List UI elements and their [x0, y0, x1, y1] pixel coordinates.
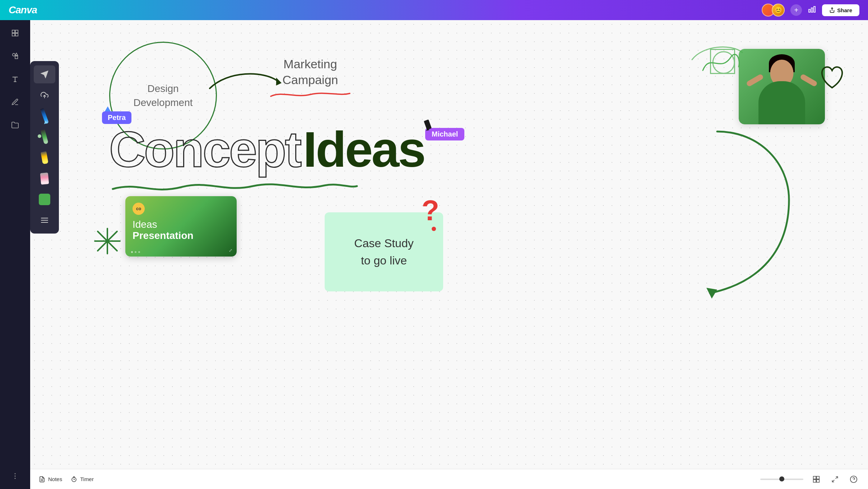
- svg-rect-29: [817, 479, 820, 482]
- color-swatch[interactable]: [34, 190, 55, 208]
- share-label: Share: [837, 7, 852, 13]
- card-title-ideas: Ideas: [133, 219, 229, 230]
- ideas-presentation-card[interactable]: co Ideas Presentation ⤢: [125, 196, 237, 257]
- card-logo: co: [133, 203, 145, 215]
- svg-rect-26: [813, 476, 816, 479]
- svg-line-30: [836, 476, 838, 479]
- star-doodle: [91, 225, 124, 259]
- large-curved-arrow: [688, 128, 796, 309]
- sidebar-item-projects[interactable]: [8, 118, 22, 132]
- marketing-campaign-text: MarketingCampaign: [267, 56, 353, 88]
- svg-point-11: [15, 473, 16, 474]
- svg-rect-5: [15, 30, 18, 33]
- header: Canva 😊 + Share: [0, 0, 868, 20]
- drawing-tools-panel: [30, 61, 59, 234]
- card-pagination: [131, 251, 140, 253]
- svg-rect-9: [15, 56, 18, 59]
- expand-icon: ⤢: [229, 248, 232, 253]
- left-sidebar: [0, 20, 30, 489]
- svg-marker-15: [41, 71, 48, 78]
- card-title-presentation: Presentation: [133, 230, 229, 241]
- fullscreen-button[interactable]: [829, 474, 841, 485]
- app-logo: Canva: [9, 4, 37, 16]
- share-button[interactable]: Share: [822, 4, 859, 16]
- svg-rect-1: [811, 8, 813, 12]
- svg-rect-28: [813, 479, 816, 482]
- notes-button[interactable]: Notes: [39, 476, 62, 483]
- svg-rect-4: [12, 30, 15, 33]
- svg-rect-0: [809, 9, 810, 12]
- avatar-user2: 😊: [772, 4, 785, 17]
- sidebar-item-more[interactable]: [8, 469, 22, 483]
- svg-marker-20: [105, 106, 111, 111]
- svg-point-13: [15, 478, 16, 479]
- svg-rect-21: [424, 119, 432, 130]
- grid-view-button[interactable]: [811, 474, 822, 485]
- svg-rect-6: [12, 33, 15, 36]
- svg-marker-10: [15, 53, 18, 55]
- select-tool[interactable]: [34, 65, 55, 83]
- svg-rect-2: [814, 6, 815, 12]
- svg-line-31: [832, 480, 835, 482]
- pink-eraser-tool[interactable]: [34, 170, 55, 188]
- avatar-group: 😊: [762, 4, 785, 17]
- blue-pen-tool[interactable]: [34, 107, 55, 125]
- squiggle-underline: [109, 178, 361, 198]
- notes-icon: [39, 476, 45, 483]
- ideas-text: Ideas: [303, 124, 424, 175]
- bottom-right-controls: [760, 474, 859, 485]
- main-canvas: DesignDevelopment MarketingCampaign: [30, 20, 868, 469]
- heart-doodle: [818, 63, 846, 93]
- question-mark: ?: [422, 196, 439, 225]
- svg-rect-27: [817, 476, 820, 479]
- petra-cursor-pointer: [105, 106, 111, 111]
- marketing-underline: [267, 89, 353, 100]
- sidebar-item-elements[interactable]: [8, 49, 22, 63]
- svg-rect-7: [15, 33, 18, 36]
- notes-label: Notes: [48, 476, 62, 482]
- michael-cursor-label: Michael: [425, 128, 464, 140]
- green-pen-tool[interactable]: [34, 128, 55, 146]
- bottom-bar: Notes Timer: [30, 469, 868, 489]
- zoom-slider[interactable]: [760, 479, 803, 480]
- svg-point-12: [15, 476, 16, 477]
- case-study-text: Case Studyto go live: [354, 235, 413, 269]
- bottom-left-controls: Notes Timer: [39, 476, 94, 483]
- yellow-pen-tool[interactable]: [34, 149, 55, 167]
- timer-label: Timer: [80, 476, 94, 482]
- header-right: 😊 + Share: [762, 4, 859, 17]
- sidebar-item-text[interactable]: [8, 72, 22, 86]
- question-mark-dot: [432, 227, 436, 231]
- green-top-swirl: [688, 42, 746, 65]
- analytics-icon[interactable]: [808, 5, 816, 15]
- pencil-icon: [422, 117, 436, 132]
- tools-menu[interactable]: [34, 211, 55, 229]
- help-button[interactable]: [848, 474, 859, 485]
- sidebar-item-grid[interactable]: [8, 26, 22, 40]
- photo-element[interactable]: [739, 49, 825, 124]
- design-development-text: DesignDevelopment: [134, 82, 193, 110]
- concept-text: Concept: [109, 124, 300, 175]
- marketing-campaign-element[interactable]: MarketingCampaign: [267, 56, 353, 101]
- add-collaborator-button[interactable]: +: [790, 4, 802, 16]
- timer-button[interactable]: Timer: [71, 476, 94, 483]
- svg-marker-19: [706, 288, 717, 299]
- concept-ideas-heading: Concept Ideas: [109, 124, 424, 175]
- timer-icon: [71, 476, 77, 483]
- sidebar-item-draw[interactable]: [8, 95, 22, 109]
- upload-tool[interactable]: [34, 86, 55, 104]
- zoom-control[interactable]: [760, 479, 803, 480]
